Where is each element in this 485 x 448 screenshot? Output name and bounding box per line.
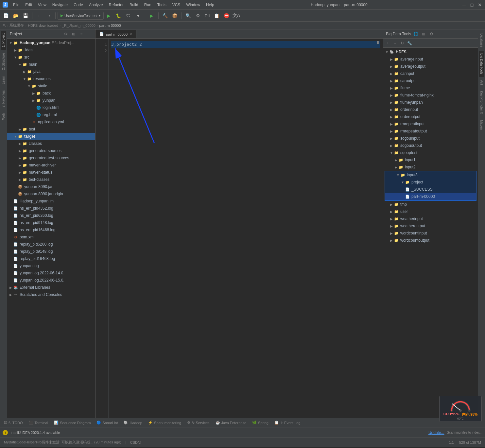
hdfs-input1[interactable]: ▶ 📁 input1 <box>383 156 478 164</box>
save-all-button[interactable]: 💾 <box>21 11 30 20</box>
tree-item-yunpan[interactable]: ▶ 📁 yunpan <box>7 97 95 104</box>
tab-maven[interactable]: Maven <box>479 117 484 132</box>
hdfs-flume-tomcat[interactable]: ▶ 📁 flume-tomcat-nginx <box>383 92 478 99</box>
tab-todo[interactable]: ☑ 6: TODO <box>1 420 26 425</box>
tree-item-jar2[interactable]: 📦 yunpan-8090.jar.origin <box>7 190 95 198</box>
tree-item-test-classes[interactable]: ▶ 📁 test-classes <box>7 176 95 183</box>
hdfs-flumeyunpan[interactable]: ▶ 📁 flumeyunpan <box>383 99 478 106</box>
menu-analyze[interactable]: Analyze <box>86 2 106 8</box>
hdfs-sqooptest[interactable]: ▼ 📁 sqooptest <box>383 149 478 156</box>
hdfs-orderinput[interactable]: ▶ 📁 orderinput <box>383 106 478 113</box>
bdt-refresh-button[interactable]: ↻ <box>399 40 406 46</box>
close-button[interactable]: ✕ <box>477 2 482 8</box>
minimize-button[interactable]: ─ <box>461 2 467 8</box>
back-button[interactable]: ← <box>34 11 43 20</box>
new-file-button[interactable]: 📄 <box>1 11 10 20</box>
build-button[interactable]: 🔨 <box>161 11 170 20</box>
menu-run[interactable]: Run <box>142 2 154 8</box>
tree-item-extlibs[interactable]: ▶ 📚 External Libraries <box>7 284 95 291</box>
status-mybatis[interactable]: MyBatisCodeHelperPro插件未激活: 可以输入激活码或... (… <box>3 440 123 445</box>
tree-item-iml[interactable]: 📄 Hadoop_yunpan.iml <box>7 198 95 205</box>
dropdown-run[interactable]: ▾ <box>134 11 143 20</box>
tree-item-reg[interactable]: 🌐 reg.html <box>7 111 95 118</box>
bdt-layout-button[interactable]: ⊞ <box>420 31 427 37</box>
hdfs-tmp[interactable]: ▶ 📁 tmp <box>383 201 478 208</box>
maximize-button[interactable]: □ <box>469 2 475 8</box>
hdfs-carinput[interactable]: ▶ 📁 carinput <box>383 70 478 77</box>
bdt-wrench-button[interactable]: 🔧 <box>406 40 413 46</box>
sidebar-item-project[interactable]: 1: Project <box>1 31 6 50</box>
tab-ant[interactable]: Ant <box>479 78 484 88</box>
bdt-remove-button[interactable]: − <box>392 40 398 46</box>
hdfs-success[interactable]: 📄 _SUCCESS <box>385 186 476 193</box>
tree-item-yunpanlog[interactable]: 📄 yunpan.log <box>7 262 95 269</box>
tree-item-classes[interactable]: ▶ 📁 classes <box>7 140 95 147</box>
menu-file[interactable]: File <box>10 2 22 8</box>
breadcrumb-drive[interactable]: F: <box>3 24 6 27</box>
tab-spring[interactable]: 🌿 Spring <box>250 420 271 425</box>
sidebar-item-structure[interactable]: 2: Structure <box>1 50 6 73</box>
status-lines[interactable]: 529 of 1387M <box>458 440 482 444</box>
tree-item-log1[interactable]: 📄 hs_err_pid4352.log <box>7 205 95 212</box>
tree-item-log2[interactable]: 📄 hs_err_pid6260.log <box>7 212 95 219</box>
hdfs-weatherinput[interactable]: ▶ 📁 weatherinput <box>383 215 478 222</box>
tab-hadoop[interactable]: 🐘 Hadoop <box>121 420 145 425</box>
tree-item-jar1[interactable]: 📦 yunpan-8090.jar <box>7 183 95 190</box>
open-button[interactable]: 📂 <box>11 11 20 20</box>
status-position[interactable]: 1:1 <box>447 440 455 444</box>
tree-item-root[interactable]: ▼ 📁 Hadoop_yunpan E:\IdeaProj... <box>7 39 95 46</box>
tree-item-maven-arch[interactable]: ▶ 📁 maven-archiver <box>7 162 95 169</box>
tree-item-main[interactable]: ▼ 📁 main <box>7 61 95 68</box>
run-button[interactable]: ▶ <box>104 11 113 20</box>
tree-item-idea[interactable]: ▶ 📁 .idea <box>7 46 95 54</box>
code-area[interactable]: 3,project2,2 <box>109 39 383 418</box>
bdt-globe-button[interactable]: 🌐 <box>412 31 419 37</box>
sidebar-item-learn[interactable]: Learn <box>1 73 6 87</box>
find2-button[interactable]: ⚙ <box>194 11 203 20</box>
hdfs-rmrepeatinput[interactable]: ▶ 📁 rmrepeatinput <box>383 120 478 128</box>
hdfs-wordcountoutput[interactable]: ▶ 📁 wordcountoutput <box>383 237 478 244</box>
pause-button[interactable]: ⏸ <box>376 40 380 45</box>
hdfs-orderoutput[interactable]: ▶ 📁 orderoutput <box>383 113 478 120</box>
hdfs-root[interactable]: ▼ 🐘 HDFS <box>383 48 478 56</box>
tab-event-log[interactable]: 📋 1: Event Log <box>272 420 303 425</box>
panel-gear-button[interactable]: ⚙ <box>62 31 69 37</box>
menu-bar[interactable]: File Edit View Navigate Code Analyze Ref… <box>10 2 217 8</box>
tree-item-pom[interactable]: ⚙ pom.xml <box>7 233 95 241</box>
tree-item-log3[interactable]: 📄 hs_err_pid9148.log <box>7 219 95 226</box>
bdt-gear-button[interactable]: ⚙ <box>428 31 435 37</box>
hdfs-averageoutput[interactable]: ▶ 📁 averageoutput <box>383 63 478 70</box>
panel-settings-button[interactable]: ≡ <box>78 31 85 37</box>
editor-tab-part-m-00000[interactable]: 📄 part-m-00000 ✕ <box>95 30 136 38</box>
tree-item-yunpanlog3[interactable]: 📄 yunpan.log.2022-06-15.0. <box>7 277 95 284</box>
tree-item-gen-src[interactable]: ▶ 📁 generated-sources <box>7 147 95 154</box>
tree-item-src[interactable]: ▼ 📁 src <box>7 54 95 61</box>
notification-link[interactable]: Update... <box>428 430 444 435</box>
menu-help[interactable]: Help <box>203 2 217 8</box>
menu-window[interactable]: Window <box>183 2 203 8</box>
tree-item-replay3[interactable]: 📄 replay_pid16468.log <box>7 255 95 262</box>
breadcrumb-hdfs[interactable]: HDFS-downloaded <box>28 24 58 27</box>
sdk-button[interactable]: 📦 <box>170 11 180 20</box>
tree-item-test[interactable]: ▶ 📁 test <box>7 126 95 133</box>
tab-spark-monitoring[interactable]: ⚡ Spark monitoring <box>146 420 184 425</box>
tree-item-maven-status[interactable]: ▶ 📁 maven-status <box>7 169 95 176</box>
tail-button[interactable]: Tail <box>203 11 212 20</box>
bdt-minimize-button[interactable]: ─ <box>436 31 442 37</box>
breadcrumb-syscache[interactable]: 系统缓存 <box>9 23 24 28</box>
tab-big-data-tools[interactable]: Big Data Tools <box>479 51 484 77</box>
tree-item-gen-test-src[interactable]: ▶ 📁 generated-test-sources <box>7 154 95 162</box>
run-with-coverage[interactable]: 🛡 <box>124 11 133 20</box>
tab-terminal[interactable]: ⬛ Terminal <box>26 420 51 425</box>
hdfs-project[interactable]: ▼ 📁 project <box>385 179 476 186</box>
debug-button[interactable]: 🐛 <box>114 11 123 20</box>
stop-button[interactable]: ⛔ <box>222 11 231 20</box>
sidebar-item-favorites[interactable]: 2: Favorites <box>1 88 6 110</box>
tab-key-promoter[interactable]: Key Promoter X <box>479 88 484 117</box>
status-brand[interactable]: CSDN! <box>129 440 143 444</box>
bdt-add-button[interactable]: + <box>385 40 391 46</box>
hdfs-user[interactable]: ▶ 📁 user <box>383 208 478 215</box>
menu-refactor[interactable]: Refactor <box>106 2 126 8</box>
hdfs-caroutput[interactable]: ▶ 📁 caroutput <box>383 77 478 84</box>
tab-services[interactable]: ⚙ 8: Services <box>184 420 212 425</box>
